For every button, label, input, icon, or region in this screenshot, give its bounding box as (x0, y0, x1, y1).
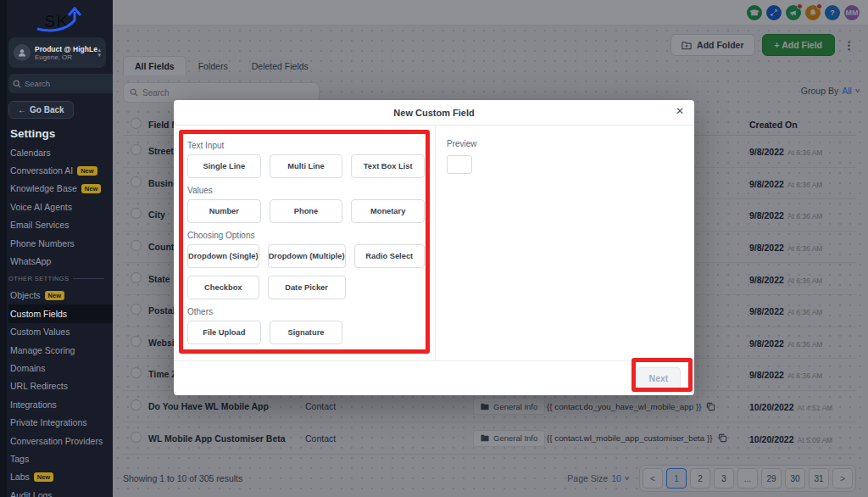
search-icon (13, 80, 21, 88)
go-back-label: Go Back (30, 105, 64, 114)
go-back-button[interactable]: ← Go Back (8, 101, 74, 119)
close-icon[interactable]: ✕ (676, 106, 684, 116)
account-switcher[interactable]: Product @ HighLevel Eugene, OR ▴ ▾ (8, 37, 106, 68)
preview-field-box (447, 155, 472, 174)
sidebar-item-email-services[interactable]: Email Services (8, 216, 113, 234)
next-button[interactable]: Next (637, 367, 681, 389)
field-type-dropdown-multiple[interactable]: Dropdown (Multiple) (268, 244, 346, 268)
sidebar-item-conversation-providers[interactable]: Conversation Providers (8, 432, 113, 450)
field-type-phone[interactable]: Phone (270, 199, 343, 223)
sidebar-search: ⌘ K (8, 74, 113, 93)
sidebar-item-phone-numbers[interactable]: Phone Numbers (8, 234, 113, 252)
new-badge: New (81, 184, 101, 193)
settings-heading: Settings (10, 127, 113, 140)
sidebar-item-private-integrations[interactable]: Private Integrations (8, 413, 113, 431)
sidebar-item-labs[interactable]: LabsNew (8, 468, 113, 486)
new-badge: New (45, 291, 64, 300)
field-type-signature[interactable]: Signature (270, 321, 343, 344)
sidebar-item-knowledge-base[interactable]: Knowledge BaseNew (8, 180, 113, 198)
field-type-multi-line[interactable]: Multi Line (270, 154, 343, 178)
sidebar-item-conversation-ai[interactable]: Conversation AINew (8, 161, 113, 179)
field-type-text-box-list[interactable]: Text Box List (351, 154, 425, 178)
sidebar-item-custom-values[interactable]: Custom Values (8, 323, 113, 341)
sidebar-item-objects[interactable]: ObjectsNew (8, 287, 113, 304)
field-type-monetary[interactable]: Monetary (351, 199, 425, 223)
app-root: SK Product @ HighLevel Eugene, OR ▴ ▾ (0, 0, 868, 497)
section-label: Values (187, 186, 425, 195)
field-type-file-upload[interactable]: File Upload (187, 321, 261, 344)
preview-label: Preview (447, 139, 477, 148)
sidebar-item-whatsapp[interactable]: WhatsApp (8, 252, 113, 270)
modal-title: New Custom Field (393, 108, 474, 118)
sidebar-search-input[interactable] (25, 79, 113, 88)
new-badge: New (77, 166, 97, 176)
field-type-panel: Text Input Single Line Multi Line Text B… (187, 141, 425, 352)
section-label: Text Input (187, 141, 425, 150)
field-type-date-picker[interactable]: Date Picker (268, 276, 346, 299)
preview-panel: Preview (447, 139, 477, 174)
sidebar-item-manage-scoring[interactable]: Manage Scoring (8, 341, 113, 359)
sidebar-item-tags[interactable]: Tags (8, 450, 113, 467)
sidebar: SK Product @ HighLevel Eugene, OR ▴ ▾ (0, 0, 113, 497)
account-location: Eugene, OR (35, 53, 97, 61)
sidebar-item-calendars[interactable]: Calendars (8, 143, 113, 161)
section-label: Others (187, 307, 425, 316)
arrow-up-logo-icon (32, 7, 88, 32)
new-badge: New (34, 472, 53, 482)
sidebar-item-audit-logs[interactable]: Audit Logs (8, 486, 113, 497)
modal-footer: Next (174, 360, 694, 395)
sidebar-menu: Calendars Conversation AINew Knowledge B… (8, 143, 113, 497)
field-type-number[interactable]: Number (187, 199, 261, 223)
other-settings-divider: OTHER SETTINGS (8, 271, 113, 287)
field-type-checkbox[interactable]: Checkbox (187, 276, 259, 299)
brand-logo[interactable]: SK (32, 7, 92, 32)
sidebar-item-voice-ai-agents[interactable]: Voice AI Agents (8, 198, 113, 215)
field-type-radio-select[interactable]: Radio Select (354, 244, 426, 268)
section-label: Choosing Options (187, 231, 425, 240)
account-avatar-icon (14, 44, 31, 61)
account-name: Product @ HighLevel (35, 45, 97, 53)
sidebar-item-domains[interactable]: Domains (8, 359, 113, 377)
chevron-up-down-icon: ▴ ▾ (97, 47, 101, 58)
back-arrow-icon: ← (18, 105, 26, 114)
field-type-single-line[interactable]: Single Line (187, 154, 261, 178)
field-type-dropdown-single[interactable]: Dropdown (Single) (187, 244, 259, 268)
new-custom-field-modal: New Custom Field ✕ Text Input Single Lin… (174, 100, 694, 395)
modal-divider (435, 126, 436, 360)
sidebar-item-integrations[interactable]: Integrations (8, 395, 113, 413)
sidebar-item-custom-fields[interactable]: Custom Fields (8, 304, 113, 322)
sidebar-item-url-redirects[interactable]: URL Redirects (8, 377, 113, 395)
